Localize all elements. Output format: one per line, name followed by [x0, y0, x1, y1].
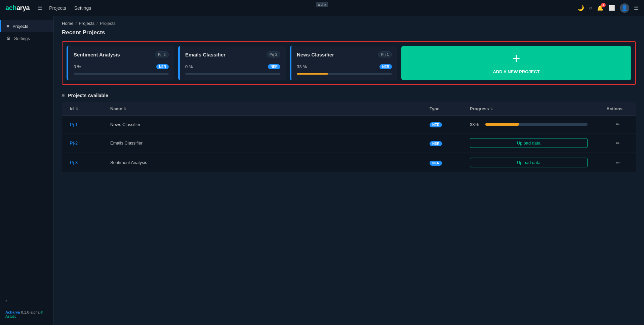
sort-name-icon[interactable]: ⇅ — [123, 107, 126, 111]
card-progress-bar-emails — [185, 73, 280, 75]
card-id-emails: Prj-2 — [267, 51, 280, 57]
list-icon: ≡ — [62, 93, 65, 98]
card-header-sentiment: Sentiment Analysis Prj-3 — [74, 51, 169, 57]
card-progress-bar-sentiment — [74, 73, 169, 75]
row-name-3: Sentiment Analysis — [110, 160, 430, 165]
ner-badge-row-2: NER — [430, 141, 442, 146]
card-title-news: News Classifier — [297, 52, 334, 57]
card-progress-news: 33 % — [297, 64, 307, 69]
chevron-left-icon: ‹ — [5, 298, 7, 303]
card-header-emails: Emails Classifier Prj-2 — [185, 51, 280, 57]
settings-icon: ⚙ — [6, 36, 11, 41]
breadcrumb-current: Projects — [100, 21, 116, 26]
sidebar-top: ≡ Projects ⚙ Settings — [0, 20, 53, 294]
breadcrumb-projects[interactable]: Projects — [79, 21, 94, 26]
ner-badge-row-1: NER — [430, 122, 442, 127]
app-logo[interactable]: acharya — [5, 4, 30, 12]
window-icon[interactable]: ⬜ — [608, 5, 615, 11]
card-footer-emails: 0 % NER — [185, 64, 280, 69]
main-content: Home / Projects / Projects Recent Projec… — [54, 16, 644, 325]
sidebar-collapse-btn[interactable]: ‹ — [0, 294, 53, 308]
projects-available-header: ≡ Projects Available — [62, 93, 636, 98]
breadcrumb-sep-1: / — [76, 21, 77, 26]
project-card-emails[interactable]: Emails Classifier Prj-2 0 % NER — [178, 46, 286, 80]
ner-badge-sentiment: NER — [156, 64, 169, 69]
card-id-sentiment: Prj-3 — [155, 51, 169, 57]
sort-progress-icon[interactable]: ⇅ — [490, 107, 493, 111]
row-progress-1: 33% — [470, 122, 588, 127]
row-actions-1: ✏ — [588, 120, 628, 128]
sidebar-footer: Acharya 0.1.0-alpha © Astutic — [0, 308, 53, 321]
th-name: Name ⇅ — [110, 106, 430, 111]
topnav-menu-icon-right[interactable]: ☰ — [634, 5, 639, 11]
add-project-card[interactable]: + ADD A NEW PROJECT — [401, 46, 631, 80]
alpha-badge: alpha — [316, 2, 328, 7]
projects-available-section: ≡ Projects Available id ⇅ Name ⇅ Type — [62, 93, 636, 172]
sidebar-footer-area: ‹ Acharya 0.1.0-alpha © Astutic — [0, 294, 53, 321]
ner-badge-news: NER — [379, 64, 392, 69]
hamburger-icon[interactable]: ☰ — [38, 5, 42, 11]
row-id-2[interactable]: Pj-2 — [70, 140, 110, 146]
bell-icon[interactable]: 🔔 4 — [597, 5, 604, 11]
card-progress-fill-news — [297, 73, 328, 75]
breadcrumb: Home / Projects / Projects — [54, 16, 644, 29]
layout: ≡ Projects ⚙ Settings ‹ Acharya 0.1.0-al… — [0, 16, 644, 325]
avatar[interactable]: 👤 — [620, 3, 629, 13]
progress-bar-bg-1 — [485, 123, 588, 126]
card-header-news: News Classifier Prj-1 — [297, 51, 392, 57]
projects-available-label: Projects Available — [68, 93, 108, 98]
sidebar-item-projects[interactable]: ≡ Projects — [0, 20, 53, 32]
clock-icon[interactable]: ○ — [589, 5, 592, 11]
topnav: acharya ☰ Projects Settings alpha 🌙 ○ 🔔 … — [0, 0, 644, 16]
card-progress-emails: 0 % — [185, 64, 193, 69]
sort-id-icon[interactable]: ⇅ — [75, 107, 78, 111]
edit-button-1[interactable]: ✏ — [613, 120, 622, 128]
progress-pct-1: 33% — [470, 122, 482, 127]
add-project-label: ADD A NEW PROJECT — [493, 69, 539, 74]
card-footer-news: 33 % NER — [297, 64, 392, 69]
sidebar-item-settings-label: Settings — [14, 36, 30, 41]
th-actions: Actions — [588, 106, 628, 111]
row-type-1: NER — [430, 121, 470, 127]
th-type: Type — [430, 106, 470, 111]
sidebar-item-settings[interactable]: ⚙ Settings — [0, 32, 53, 44]
edit-button-3[interactable]: ✏ — [613, 159, 622, 167]
moon-icon[interactable]: 🌙 — [577, 5, 584, 11]
th-progress: Progress ⇅ — [470, 106, 588, 111]
edit-button-2[interactable]: ✏ — [613, 139, 622, 147]
topnav-settings-link[interactable]: Settings — [74, 5, 91, 11]
notification-badge: 4 — [601, 3, 606, 7]
topnav-right: 🌙 ○ 🔔 4 ⬜ 👤 ☰ — [577, 3, 639, 13]
topnav-projects-link[interactable]: Projects — [49, 5, 66, 11]
projects-icon: ≡ — [6, 24, 9, 29]
breadcrumb-sep-2: / — [96, 21, 98, 26]
row-id-3[interactable]: Pj-3 — [70, 160, 110, 165]
table-header: id ⇅ Name ⇅ Type Progress ⇅ Actions — [62, 102, 636, 116]
sidebar: ≡ Projects ⚙ Settings ‹ Acharya 0.1.0-al… — [0, 16, 54, 325]
row-progress-3: Upload data — [470, 158, 588, 167]
table-row: Pj-3 Sentiment Analysis NER Upload data … — [62, 153, 636, 172]
row-id-1[interactable]: Pj-1 — [70, 122, 110, 127]
footer-brand: Acharya 0.1.0-alpha — [5, 310, 41, 314]
card-footer-sentiment: 0 % NER — [74, 64, 169, 69]
content-area: Recent Projects Sentiment Analysis Prj-3… — [54, 29, 644, 180]
row-name-2: Emails Classifier — [110, 140, 430, 146]
breadcrumb-home[interactable]: Home — [62, 21, 74, 26]
table-row: Pj-1 News Classifier NER 33% ✏ — [62, 116, 636, 133]
th-id: id ⇅ — [70, 106, 110, 111]
row-type-3: NER — [430, 160, 470, 166]
card-progress-bar-news — [297, 73, 392, 75]
project-card-news[interactable]: News Classifier Prj-1 33 % NER — [290, 46, 397, 80]
project-card-sentiment[interactable]: Sentiment Analysis Prj-3 0 % NER — [67, 46, 174, 80]
upload-button-3[interactable]: Upload data — [470, 158, 588, 167]
card-title-emails: Emails Classifier — [185, 52, 226, 57]
card-title-sentiment: Sentiment Analysis — [74, 52, 120, 57]
topnav-links: Projects Settings — [49, 5, 577, 11]
ner-badge-emails: NER — [268, 64, 280, 69]
recent-projects-container: Sentiment Analysis Prj-3 0 % NER Emails … — [62, 41, 636, 85]
row-actions-3: ✏ — [588, 159, 628, 167]
row-progress-2: Upload data — [470, 138, 588, 148]
card-progress-sentiment: 0 % — [74, 64, 81, 69]
recent-projects-title: Recent Projects — [62, 29, 636, 36]
upload-button-2[interactable]: Upload data — [470, 138, 588, 148]
